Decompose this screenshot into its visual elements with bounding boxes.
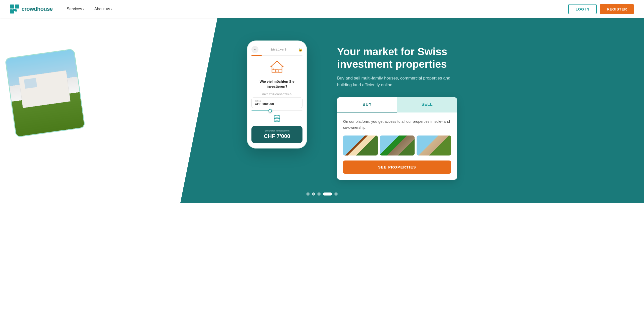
phone-step-text: Schritt 1 von 5 — [270, 48, 286, 51]
header-actions: LOG IN REGISTER — [568, 4, 634, 14]
dot-3[interactable] — [317, 192, 320, 196]
main-nav: Services ▾ About us ▾ — [63, 5, 568, 13]
widget-tabs: BUY SELL — [337, 97, 457, 112]
phone-result-value: CHF 7'000 — [255, 133, 299, 140]
building-facade — [19, 70, 70, 108]
dot-5[interactable] — [335, 192, 338, 196]
tab-buy[interactable]: BUY — [337, 97, 397, 112]
hero-subtitle: Buy and sell multi-family houses, commer… — [337, 75, 452, 88]
dot-4-active[interactable] — [323, 192, 332, 196]
house-puzzle-icon — [251, 60, 302, 76]
widget-description: On our platform, you get access to all o… — [343, 118, 451, 130]
nav-services[interactable]: Services ▾ — [63, 5, 88, 13]
svg-point-16 — [273, 68, 274, 70]
building-photo-card — [5, 48, 85, 138]
hero-title: Your market for Swiss investment propert… — [337, 46, 457, 71]
chevron-down-icon: ▾ — [111, 8, 112, 10]
lock-icon: 🔒 — [298, 48, 302, 52]
phone-progress-bar — [251, 55, 302, 56]
dot-1[interactable] — [306, 192, 309, 196]
hero-content: ← Schritt 1 von 5 🔒 — [0, 18, 644, 203]
building-image — [6, 49, 84, 136]
coin-stack-icon — [251, 115, 302, 124]
phone-slider-track — [251, 110, 302, 111]
phone-question: Wie viel möchten Sie investieren? — [251, 79, 302, 89]
hero-section: ← Schritt 1 von 5 🔒 — [0, 18, 644, 203]
phone-back-button[interactable]: ← — [251, 46, 258, 53]
svg-rect-5 — [10, 5, 14, 6]
dot-2[interactable] — [312, 192, 315, 196]
phone-mockup: ← Schritt 1 von 5 🔒 — [247, 40, 307, 148]
header: crowdhouse Services ▾ About us ▾ LOG IN … — [0, 0, 644, 18]
phone-betrag-label: Betrag — [255, 100, 299, 102]
tab-sell[interactable]: SELL — [397, 97, 457, 112]
chevron-down-icon: ▾ — [83, 8, 84, 10]
phone-slider-fill — [251, 110, 269, 111]
svg-rect-9 — [13, 9, 16, 11]
phone-result-box: Erwarteter Jahresgewinn CHF 7'000 — [251, 126, 302, 143]
logo[interactable]: crowdhouse — [10, 4, 53, 14]
carousel-dots — [306, 192, 338, 196]
phone-progress-fill — [251, 55, 262, 56]
phone-amount-input[interactable]: Betrag CHF 100'000 — [251, 98, 302, 108]
widget-body: On our platform, you get access to all o… — [337, 112, 457, 180]
property-image-3 — [417, 136, 451, 156]
see-properties-button[interactable]: SEE PROPERTIES — [343, 160, 451, 174]
svg-point-15 — [276, 72, 278, 73]
logo-icon — [10, 4, 19, 14]
svg-rect-8 — [10, 9, 12, 11]
svg-rect-10 — [15, 7, 16, 8]
phone-amount-value: CHF 100'000 — [255, 102, 299, 106]
property-image-2 — [380, 136, 415, 156]
property-image-1 — [343, 136, 378, 156]
register-button[interactable]: REGISTER — [600, 4, 634, 14]
nav-about-label: About us — [94, 7, 110, 11]
hero-right-content: Your market for Swiss investment propert… — [327, 33, 629, 180]
buy-sell-widget: BUY SELL On our platform, you get access… — [337, 97, 457, 180]
nav-about[interactable]: About us ▾ — [90, 5, 116, 13]
login-button[interactable]: LOG IN — [568, 4, 597, 14]
phone-slider-thumb[interactable] — [268, 109, 272, 112]
phone-investment-label: INVESTITIONSBETRAG — [251, 93, 302, 96]
hero-left-mockups: ← Schritt 1 von 5 🔒 — [0, 33, 327, 188]
phone-top-bar: ← Schritt 1 von 5 🔒 — [251, 46, 302, 53]
nav-services-label: Services — [67, 7, 82, 11]
svg-rect-6 — [10, 7, 12, 8]
svg-rect-7 — [13, 7, 14, 8]
property-images — [343, 136, 451, 156]
svg-point-26 — [274, 115, 280, 117]
logo-text: crowdhouse — [22, 6, 53, 12]
phone-result-label: Erwarteter Jahresgewinn — [255, 130, 299, 132]
